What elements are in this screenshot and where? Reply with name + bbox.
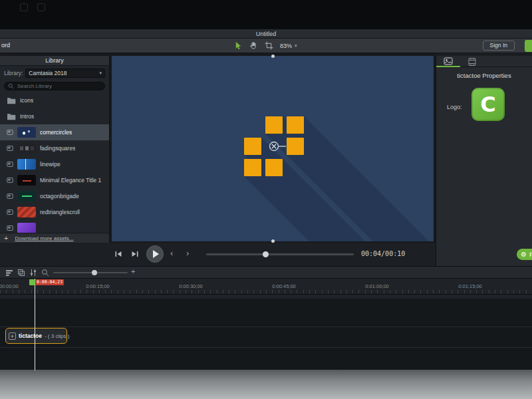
film-strip-icon bbox=[467, 57, 477, 66]
timeline-zoom-slider[interactable] bbox=[53, 272, 128, 273]
share-button[interactable] bbox=[525, 40, 532, 52]
sign-in-button[interactable]: Sign In bbox=[483, 41, 515, 51]
library-folder-icons[interactable]: Icons bbox=[0, 92, 109, 108]
library-header-label: Library bbox=[0, 56, 109, 66]
timeline-clip-tictactoe[interactable]: + tictactoe - ( 3 clips ) bbox=[5, 328, 67, 344]
cursor-tool-icon[interactable] bbox=[234, 41, 243, 50]
folder-name: Icons bbox=[20, 97, 33, 104]
time-display: 00:04/00:10 bbox=[361, 250, 405, 257]
image-properties-icon bbox=[444, 57, 453, 65]
crop-tool-icon[interactable] bbox=[265, 41, 273, 50]
canvas-area bbox=[110, 53, 436, 243]
library-folder-intros[interactable]: Intros bbox=[0, 108, 109, 124]
menubar-camera-icon bbox=[20, 3, 28, 11]
library-item-minimal-elegance[interactable]: Minimal Elegance Title 1 bbox=[0, 172, 109, 188]
library-search[interactable] bbox=[4, 82, 105, 90]
library-item-cornercircles[interactable]: cornercircles bbox=[0, 124, 109, 140]
clip-name: tictactoe bbox=[19, 332, 42, 339]
library-header[interactable]: Library bbox=[0, 56, 109, 66]
library-select-value: Camtasia 2018 bbox=[29, 70, 66, 76]
properties-tabs bbox=[436, 56, 532, 67]
chevron-right-icon[interactable]: › bbox=[186, 248, 189, 259]
mixer-icon[interactable] bbox=[29, 269, 37, 277]
copy-icon[interactable] bbox=[17, 269, 25, 277]
ruler-label: 0:01:00;00 bbox=[365, 283, 388, 289]
scrubber-thumb[interactable] bbox=[263, 251, 269, 257]
properties-toggle-button[interactable]: ⚙ Properties bbox=[517, 249, 532, 260]
canvas-top-handle[interactable] bbox=[271, 55, 275, 58]
playback-bar: ‹ › 00:04/00:10 bbox=[0, 243, 436, 266]
camtasia-window: Untitled ord 83% ▾ Sign In Library bbox=[0, 29, 532, 370]
folder-name: Intros bbox=[20, 113, 34, 120]
expand-group-button[interactable]: + bbox=[9, 332, 16, 340]
titlebar[interactable]: Untitled bbox=[0, 29, 532, 39]
scrubber-track[interactable] bbox=[206, 253, 354, 255]
playhead-line[interactable] bbox=[35, 279, 35, 370]
library-item-fadingsquares[interactable]: fadingsquares bbox=[0, 140, 109, 156]
library-item-thumbnail bbox=[17, 175, 36, 186]
library-item-thumbnail bbox=[17, 223, 36, 233]
playhead-in-handle[interactable] bbox=[29, 279, 35, 285]
record-button[interactable]: ord bbox=[1, 39, 10, 53]
media-type-icon bbox=[7, 209, 13, 215]
logo-swatch[interactable]: C bbox=[471, 88, 505, 121]
media-type-icon bbox=[7, 145, 13, 152]
library-item-name: redtrianglescroll bbox=[40, 209, 80, 215]
canvas[interactable] bbox=[112, 56, 434, 241]
gear-icon: ⚙ bbox=[521, 249, 527, 260]
ruler-label: 0:00:45;00 bbox=[272, 283, 295, 289]
ruler-label: 0:00:30;00 bbox=[179, 283, 202, 289]
library-select[interactable]: Camtasia 2018 ▾ bbox=[25, 68, 105, 78]
timeline-ruler[interactable]: 0:00:00;00 0:00:15;00 0:00:30;00 0:00:45… bbox=[0, 279, 532, 295]
library-item-redtrianglescroll[interactable]: redtrianglescroll bbox=[0, 204, 109, 220]
add-to-library-button[interactable]: + bbox=[4, 234, 8, 243]
pan-tool-icon[interactable] bbox=[249, 41, 258, 50]
tab-media-properties[interactable] bbox=[460, 56, 484, 67]
tracks-icon[interactable] bbox=[5, 269, 13, 277]
library-item-thumbnail bbox=[17, 159, 36, 170]
zoom-in-button[interactable]: + bbox=[131, 267, 135, 275]
clip-detail: - ( 3 clips ) bbox=[45, 333, 69, 339]
toolbar: ord 83% ▾ Sign In bbox=[0, 39, 532, 53]
play-icon bbox=[153, 250, 159, 258]
track-separator bbox=[0, 327, 532, 327]
library-item-name: cornercircles bbox=[40, 129, 72, 136]
logo-label: Logo: bbox=[447, 104, 462, 110]
media-type-icon bbox=[7, 225, 13, 231]
screen: Untitled ord 83% ▾ Sign In Library bbox=[0, 0, 532, 399]
search-input[interactable] bbox=[16, 82, 101, 90]
timeline: + 0:00:00;00 0:00:15;00 0:00:30;00 0:00:… bbox=[0, 266, 532, 370]
tab-visual-properties[interactable] bbox=[436, 56, 460, 67]
library-footer: + Download more assets... bbox=[0, 233, 109, 243]
desktop-background-floor bbox=[0, 370, 532, 399]
library-item-thumbnail bbox=[17, 207, 36, 217]
library-item-thumbnail bbox=[17, 191, 36, 201]
library-item-linewipe[interactable]: linewipe bbox=[0, 156, 109, 172]
properties-title: tictactoe Properties bbox=[436, 72, 532, 79]
library-item-octagonbrigade[interactable]: octagonbrigade bbox=[0, 188, 109, 204]
next-frame-button[interactable] bbox=[130, 250, 139, 258]
timeline-tracks[interactable]: + tictactoe - ( 3 clips ) bbox=[0, 295, 532, 370]
playhead-time-badge[interactable]: 0:00:04;23 bbox=[35, 279, 64, 285]
ruler-label: 0:01:15;00 bbox=[458, 283, 481, 289]
timeline-toolbar: + bbox=[0, 267, 532, 279]
library-panel: Library Library: Camtasia 2018 ▾ Icons bbox=[0, 56, 110, 243]
zoom-icon[interactable] bbox=[41, 269, 49, 277]
track-separator bbox=[0, 347, 532, 348]
download-more-assets-link[interactable]: Download more assets... bbox=[15, 235, 73, 241]
library-item-name: octagonbrigade bbox=[40, 193, 79, 200]
chevron-down-icon: ▾ bbox=[99, 70, 102, 76]
chevron-down-icon: ▾ bbox=[295, 43, 297, 49]
timeline-zoom-thumb[interactable] bbox=[92, 270, 97, 275]
previous-frame-button[interactable] bbox=[114, 250, 123, 258]
chevron-left-icon[interactable]: ‹ bbox=[170, 248, 173, 259]
properties-panel: tictactoe Properties Logo: C ⚙ Propertie… bbox=[436, 56, 532, 266]
window-title: Untitled bbox=[0, 29, 532, 39]
ruler-label: 0:00:00;00 bbox=[0, 283, 19, 289]
menubar-display-icon bbox=[37, 3, 45, 11]
properties-toggle-label: Properties bbox=[529, 251, 532, 258]
desktop-background-top bbox=[0, 0, 532, 29]
library-item-name: Minimal Elegance Title 1 bbox=[40, 177, 101, 184]
play-button[interactable] bbox=[146, 245, 164, 263]
canvas-zoom-select[interactable]: 83% ▾ bbox=[280, 43, 297, 49]
